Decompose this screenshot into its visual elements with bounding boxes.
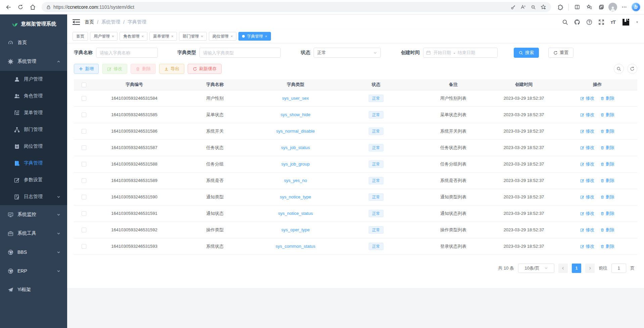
sidebar-item-dept-mgmt[interactable]: 部门管理 [0,121,67,138]
site-lock-icon[interactable] [46,5,51,9]
sidebar-item-dict-mgmt[interactable]: 字典管理 [0,155,67,172]
browser-refresh-button[interactable] [15,2,26,12]
select-all-checkbox[interactable] [82,83,86,87]
refresh-cache-button[interactable]: 刷新缓存 [188,64,222,74]
sidebar-item-menu-mgmt[interactable]: 菜单管理 [0,104,67,121]
row-edit-link[interactable]: 修改 [580,210,594,217]
reset-button[interactable]: 重置 [548,48,573,58]
sidebar-item-user-mgmt[interactable]: 用户管理 [0,71,67,88]
browser-home-button[interactable] [28,2,38,12]
tab-dict-mgmt[interactable]: 字典管理× [238,32,271,41]
split-screen-icon[interactable] [572,2,582,12]
show-search-toggle-button[interactable] [614,64,624,74]
next-page-button[interactable] [585,264,595,273]
tab-dept-mgmt[interactable]: 部门管理× [179,32,206,41]
fullscreen-icon[interactable] [598,19,604,25]
row-delete-link[interactable]: 删除 [600,227,614,233]
row-delete-link[interactable]: 删除 [600,243,614,249]
zoom-out-icon[interactable] [529,3,538,11]
row-delete-link[interactable]: 删除 [600,161,614,167]
sidebar-item-sys-monitor[interactable]: 系统监控 [0,205,67,224]
sidebar-collapse-icon[interactable] [73,19,80,26]
password-key-icon[interactable] [509,3,517,11]
row-edit-link[interactable]: 修改 [580,161,594,167]
dict-type-link[interactable]: sys_notice_status [278,211,313,216]
sidebar-item-bbs[interactable]: BBS [0,243,67,262]
sidebar-item-yi-framework[interactable]: Yi框架 [0,280,67,299]
goto-page-input[interactable] [611,264,626,273]
row-delete-link[interactable]: 删除 [600,210,614,217]
row-delete-link[interactable]: 删除 [600,178,614,184]
row-delete-link[interactable]: 删除 [600,112,614,118]
sidebar-item-system-mgmt[interactable]: 系统管理 [0,52,67,71]
row-delete-link[interactable]: 删除 [600,194,614,200]
row-edit-link[interactable]: 修改 [580,112,594,118]
sidebar-item-post-mgmt[interactable]: 岗位管理 [0,138,67,155]
tab-close-icon[interactable]: × [231,34,233,38]
tab-home[interactable]: 首页 [73,32,88,41]
dict-type-link[interactable]: sys_common_status [276,244,316,249]
dict-type-link[interactable]: sys_job_group [281,161,310,167]
row-checkbox[interactable] [82,195,86,199]
breadcrumb-home[interactable]: 首页 [85,19,94,25]
font-size-icon[interactable]: тT [610,19,615,25]
help-icon[interactable] [586,19,592,25]
copilot-icon[interactable]: b [631,2,641,12]
app-logo-area[interactable]: 意框架管理系统 [0,14,67,33]
dict-type-link[interactable]: sys_oper_type [281,227,310,232]
row-edit-link[interactable]: 修改 [580,194,594,200]
read-aloud-icon[interactable] [519,3,527,11]
row-edit-link[interactable]: 修改 [580,178,594,184]
dict-type-link[interactable]: sys_yes_no [284,178,307,183]
row-edit-link[interactable]: 修改 [580,128,594,134]
tab-close-icon[interactable]: × [141,34,143,38]
tab-close-icon[interactable]: × [112,34,114,38]
row-checkbox[interactable] [82,178,86,183]
corner-logo[interactable] [622,18,630,27]
row-edit-link[interactable]: 修改 [580,145,594,151]
profile-avatar[interactable] [608,3,617,11]
sidebar-item-erp[interactable]: ERP [0,262,67,280]
search-button[interactable]: 搜索 [514,48,539,58]
sidebar-item-sys-tools[interactable]: 系统工具 [0,224,67,243]
dict-type-input[interactable] [199,48,281,58]
refresh-table-button[interactable] [627,64,637,74]
row-delete-link[interactable]: 删除 [600,128,614,134]
row-edit-link[interactable]: 修改 [580,243,594,249]
row-checkbox[interactable] [82,162,86,167]
row-checkbox[interactable] [82,96,86,101]
caret-down-icon[interactable]: ▾ [636,20,638,24]
address-bar[interactable]: https://ccnetcore.com:1101/system/dict [42,2,551,12]
tab-close-icon[interactable]: × [265,34,267,38]
dict-type-link[interactable]: sys_notice_type [280,194,311,199]
current-page-button[interactable]: 1 [572,264,581,273]
status-select[interactable]: 正常 [314,48,381,58]
browser-menu-icon[interactable] [619,2,629,12]
sidebar-item-home[interactable]: 首页 [0,33,67,52]
tab-close-icon[interactable]: × [171,34,173,38]
collections-icon[interactable] [596,2,606,12]
sidebar-item-role-mgmt[interactable]: 角色管理 [0,88,67,104]
sidebar-item-param-settings[interactable]: 参数设置 [0,172,67,188]
tab-post-mgmt[interactable]: 岗位管理× [209,32,236,41]
dict-type-link[interactable]: sys_job_status [281,145,310,150]
dict-name-input[interactable] [96,48,158,58]
header-search-icon[interactable] [562,19,568,25]
tab-menu-mgmt[interactable]: 菜单管理× [149,32,177,41]
add-button[interactable]: 新增 [74,64,99,74]
favorites-bar-icon[interactable] [584,2,594,12]
tab-role-mgmt[interactable]: 角色管理× [120,32,147,41]
github-icon[interactable] [574,19,580,25]
breadcrumb-system[interactable]: 系统管理 [101,19,120,25]
tab-close-icon[interactable]: × [201,34,203,38]
row-edit-link[interactable]: 修改 [580,227,594,233]
page-size-select[interactable]: 10条/页 [518,264,554,273]
row-checkbox[interactable] [82,244,86,249]
tab-user-mgmt[interactable]: 用户管理× [90,32,118,41]
row-checkbox[interactable] [82,228,86,232]
row-edit-link[interactable]: 修改 [580,95,594,101]
edit-button[interactable]: 修改 [102,64,127,74]
row-checkbox[interactable] [82,129,86,134]
dict-type-link[interactable]: sys_normal_disable [276,129,315,134]
browser-back-button[interactable] [3,2,13,12]
